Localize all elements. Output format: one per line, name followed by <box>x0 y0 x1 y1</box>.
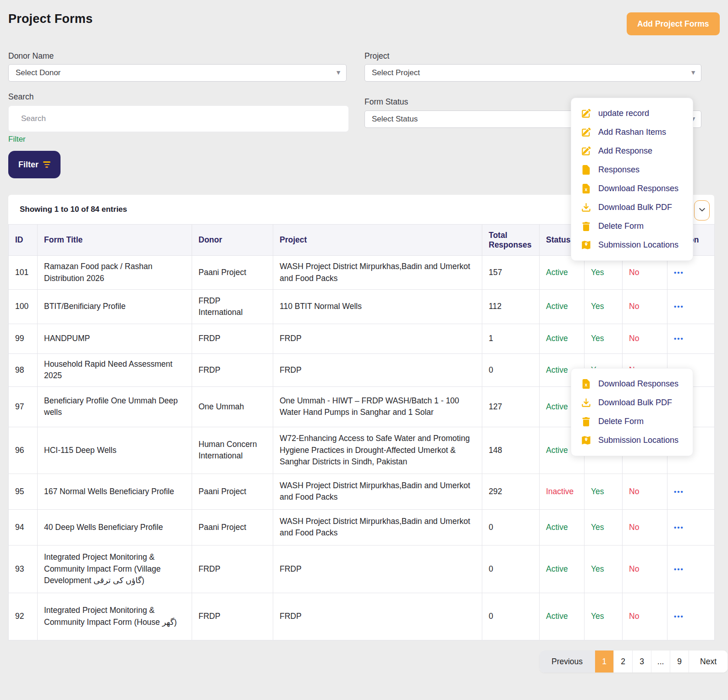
download-icon <box>581 203 591 212</box>
menu-item-update-record[interactable]: update record <box>571 104 693 123</box>
filter-link[interactable]: Filter <box>8 135 26 144</box>
menu-item-download-responses[interactable]: x Download Responses <box>571 179 693 198</box>
filter-button-label: Filter <box>18 160 39 170</box>
yes-cell: Yes <box>585 593 623 640</box>
row-actions-ellipsis-button[interactable]: ••• <box>674 612 684 620</box>
yes-cell: Yes <box>585 509 623 545</box>
donor-cell: FRDP <box>192 354 273 387</box>
menu-item-add-response[interactable]: Add Response <box>571 142 693 160</box>
menu-item-label: Download Bulk PDF <box>598 203 672 212</box>
no-cell: No <box>623 290 667 324</box>
no-cell: No <box>623 324 667 354</box>
status-cell: Inactive <box>540 474 585 509</box>
form-status-select-value: Select Status <box>372 115 418 124</box>
edit-icon <box>581 127 591 137</box>
pagination-ellipsis[interactable]: ... <box>651 650 670 672</box>
total-responses-cell: 127 <box>482 386 540 427</box>
menu-item-submission-locations[interactable]: Submission Locations <box>571 236 693 254</box>
id-cell: 97 <box>9 386 38 427</box>
project-select-value: Select Project <box>372 68 420 77</box>
search-input[interactable] <box>8 105 349 132</box>
menu-item-label: Download Responses <box>598 379 678 389</box>
row-actions-ellipsis-button[interactable]: ••• <box>674 565 684 573</box>
row-actions-ellipsis-button[interactable]: ••• <box>674 524 684 531</box>
menu-item-label: Submission Locations <box>598 240 678 250</box>
pagination-page-9[interactable]: 9 <box>670 650 689 672</box>
menu-item-label: Delete Form <box>598 417 644 426</box>
total-responses-cell: 148 <box>482 427 540 474</box>
column-header-id: ID <box>9 225 38 256</box>
form-title-cell: Integrated Project Monitoring & Communit… <box>38 545 192 593</box>
select-caret-icon: ▼ <box>335 69 342 76</box>
menu-item-submission-locations[interactable]: Submission Locations <box>571 431 693 450</box>
donor-cell: FRDP <box>192 593 273 640</box>
column-header-donor: Donor <box>192 225 273 256</box>
id-cell: 99 <box>9 324 38 354</box>
menu-item-label: Add Response <box>598 146 652 156</box>
menu-item-delete-form[interactable]: Delete Form <box>571 217 693 236</box>
table-row: 100 BTIT/Benificiary Profile FRDP Intern… <box>9 290 715 324</box>
project-label: Project <box>364 51 389 61</box>
menu-item-download-responses[interactable]: x Download Responses <box>571 375 693 393</box>
row-actions-ellipsis-button[interactable]: ••• <box>674 488 684 496</box>
add-project-forms-button[interactable]: Add Project Forms <box>627 12 720 35</box>
project-cell: W72-Enhancing Access to Safe Water and P… <box>273 427 482 474</box>
form-title-cell: HANDPUMP <box>38 324 192 354</box>
pagination-page-2[interactable]: 2 <box>613 650 632 672</box>
row-actions-ellipsis-button[interactable]: ••• <box>674 335 684 342</box>
pagination-next-button[interactable]: Next <box>689 650 728 672</box>
row-actions-ellipsis-button[interactable]: ••• <box>674 303 684 310</box>
select-caret-icon: ▼ <box>690 69 696 76</box>
id-cell: 94 <box>9 509 38 545</box>
table-row: 99 HANDPUMP FRDP FRDP 1 Active Yes No ••… <box>9 324 715 354</box>
project-forms-page: { "header": { "title": "Project Forms", … <box>0 0 728 700</box>
menu-item-download-bulk-pdf[interactable]: Download Bulk PDF <box>571 198 693 217</box>
menu-item-delete-form[interactable]: Delete Form <box>571 412 693 431</box>
project-cell: WASH Project District Mirpurkhas,Badin a… <box>273 509 482 545</box>
donor-cell: Paani Project <box>192 256 273 290</box>
project-cell: FRDP <box>273 354 482 387</box>
project-cell: One Ummah - HIWT – FRDP WASH/Batch 1 - 1… <box>273 386 482 427</box>
page-size-select[interactable] <box>694 200 710 220</box>
pagination-previous-button[interactable]: Previous <box>540 650 595 672</box>
status-cell: Active <box>540 593 585 640</box>
form-title-cell: Household Rapid Need Assessment 2025 <box>38 354 192 387</box>
pagination-page-1[interactable]: 1 <box>595 650 613 672</box>
yes-cell: Yes <box>585 324 623 354</box>
id-cell: 93 <box>9 545 38 593</box>
svg-text:x: x <box>585 187 588 192</box>
id-cell: 100 <box>9 290 38 324</box>
donor-select[interactable]: Select Donor ▼ <box>8 64 347 82</box>
total-responses-cell: 112 <box>482 290 540 324</box>
menu-item-label: Responses <box>598 165 640 175</box>
column-header-form-title: Form Title <box>38 225 192 256</box>
yes-cell: Yes <box>585 290 623 324</box>
trash-icon <box>581 221 591 231</box>
table-row: 93 Integrated Project Monitoring & Commu… <box>9 545 715 593</box>
id-cell: 96 <box>9 427 38 474</box>
row-actions-ellipsis-button[interactable]: ••• <box>674 269 684 276</box>
project-select[interactable]: Select Project ▼ <box>364 64 701 82</box>
donor-name-label: Donor Name <box>8 51 54 61</box>
menu-item-add-rashan-items[interactable]: Add Rashan Items <box>571 123 693 142</box>
menu-item-download-bulk-pdf[interactable]: Download Bulk PDF <box>571 393 693 412</box>
id-cell: 92 <box>9 593 38 640</box>
filter-button[interactable]: Filter <box>8 151 61 178</box>
no-cell: No <box>623 474 667 509</box>
page-title: Project Forms <box>8 12 93 26</box>
menu-item-label: Download Responses <box>598 184 678 193</box>
menu-item-responses[interactable]: Responses <box>571 160 693 179</box>
form-title-cell: HCI-115 Deep Wells <box>38 427 192 474</box>
no-cell: No <box>623 509 667 545</box>
form-title-cell: Beneficiary Profile One Ummah Deep wells <box>38 386 192 427</box>
form-title-cell: 167 Normal Wells Beneficiary Profile <box>38 474 192 509</box>
yes-cell: Yes <box>585 545 623 593</box>
no-cell: No <box>623 545 667 593</box>
pagination-page-3[interactable]: 3 <box>632 650 651 672</box>
total-responses-cell: 0 <box>482 509 540 545</box>
form-title-cell: Ramazan Food pack / Rashan Distribution … <box>38 256 192 290</box>
excel-file-icon: x <box>581 379 591 389</box>
menu-item-label: Add Rashan Items <box>598 127 666 137</box>
edit-icon <box>581 109 591 118</box>
search-label: Search <box>8 92 33 102</box>
